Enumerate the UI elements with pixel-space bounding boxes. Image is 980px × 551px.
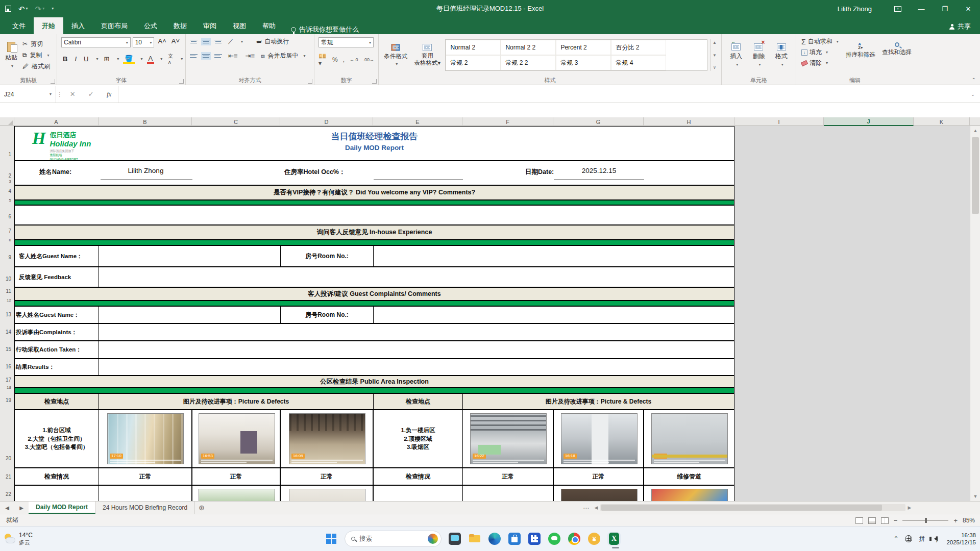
volume-icon[interactable] xyxy=(932,536,938,541)
enter-icon[interactable]: ✓ xyxy=(88,90,94,98)
wrap-text-button[interactable]: ⮨ 自动换行 xyxy=(256,37,289,46)
fill-color-icon[interactable]: 🪣 xyxy=(123,55,134,64)
expand-formula-bar-icon[interactable]: ⌄ xyxy=(966,86,980,103)
top-align-icon[interactable] xyxy=(190,39,198,44)
col-F[interactable]: F xyxy=(462,117,553,126)
action-input[interactable] xyxy=(99,341,734,359)
name-value[interactable]: Lilith Zhong xyxy=(99,167,192,174)
tab-insert[interactable]: 插入 xyxy=(63,17,93,34)
start-button[interactable] xyxy=(325,532,338,545)
share-button[interactable]: 共享 xyxy=(949,22,971,31)
guest-name-input-1[interactable] xyxy=(99,245,281,267)
next-sheet-icon[interactable]: ▶ xyxy=(19,505,23,511)
tell-me-box[interactable]: 告诉我你想要做什么 xyxy=(291,25,359,34)
zoom-slider[interactable] xyxy=(902,520,948,521)
tab-help[interactable]: 帮助 xyxy=(254,17,284,34)
alignment-dialog-launcher[interactable] xyxy=(308,79,312,84)
tab-review[interactable]: 审阅 xyxy=(195,17,225,34)
sheet-tab-24h-briefing[interactable]: 24 Hours MOD Briefing Record xyxy=(95,502,195,514)
middle-align-icon[interactable] xyxy=(202,39,210,44)
select-all-corner[interactable] xyxy=(0,117,14,126)
photo-back-area[interactable]: 16:22 xyxy=(470,413,547,464)
style-normal22[interactable]: Normal 2 2 xyxy=(501,40,556,55)
taskbar-microsoft-store[interactable] xyxy=(508,532,521,545)
col-C[interactable]: C xyxy=(192,117,280,126)
insert-function-icon[interactable]: fx xyxy=(107,90,111,98)
align-right-icon[interactable] xyxy=(214,53,222,59)
col-A[interactable]: A xyxy=(14,117,99,126)
tab-overflow-icon[interactable]: ⋯ xyxy=(583,505,589,512)
shrink-font-icon[interactable]: A˅ xyxy=(170,37,181,47)
room-input-1[interactable] xyxy=(373,245,734,267)
taskbar-app-blue-grid[interactable] xyxy=(528,532,541,545)
paste-button[interactable]: 粘贴▾ xyxy=(0,36,22,74)
clipboard-dialog-launcher[interactable] xyxy=(51,79,55,84)
style-percent2[interactable]: Percent 2 xyxy=(556,40,611,55)
autosum-button[interactable]: Σ自动求和▾ xyxy=(801,37,839,46)
zoom-slider-thumb[interactable] xyxy=(925,518,927,523)
photo-partial-4[interactable] xyxy=(651,489,728,501)
style-bad[interactable]: 差 xyxy=(501,70,556,71)
style-normal2-cn[interactable]: 常规 2 xyxy=(446,55,501,70)
col-B[interactable]: B xyxy=(99,117,192,126)
photo-front-desk[interactable]: 17:10 xyxy=(107,413,184,464)
cut-button[interactable]: ✂ 剪切 xyxy=(22,40,50,48)
sort-filter-button[interactable]: AZ▾排序和筛选 xyxy=(846,42,875,59)
decrease-indent-icon[interactable]: ⇤≡ xyxy=(227,52,239,60)
ime-indicator[interactable]: 拼 xyxy=(919,535,925,543)
decrease-decimal-icon[interactable]: .00→ xyxy=(363,57,374,62)
style-normal3-cn[interactable]: 常规 3 xyxy=(556,55,611,70)
col-D[interactable]: D xyxy=(280,117,373,126)
number-dialog-launcher[interactable] xyxy=(372,79,377,84)
taskbar-clock[interactable]: 16:38 2025/12/15 xyxy=(946,532,976,546)
delete-cells-button[interactable]: 删除▾ xyxy=(752,43,765,67)
hidden-icons-chevron[interactable]: ⌃ xyxy=(893,535,898,542)
taskbar-file-explorer[interactable] xyxy=(468,532,481,545)
vip-answer-cell[interactable] xyxy=(14,205,734,225)
photo-lobby[interactable]: 16:53 xyxy=(199,413,275,464)
merge-center-button[interactable]: ⧈ 合并后居中 ▾ xyxy=(261,52,306,60)
tab-file[interactable]: 文件 xyxy=(4,17,34,34)
style-percent2-cn[interactable]: 百分比 2 xyxy=(611,40,666,55)
sheet-tab-daily-mod[interactable]: Daily MOD Report xyxy=(29,502,95,514)
collapse-ribbon-icon[interactable]: ⌃ xyxy=(972,77,976,83)
taskbar-chrome[interactable] xyxy=(568,532,581,545)
insert-cells-button[interactable]: 插入▾ xyxy=(730,43,742,67)
increase-indent-icon[interactable]: ⇥≡ xyxy=(243,52,256,60)
col-I[interactable]: I xyxy=(734,117,824,126)
taskbar-excel-active[interactable]: X xyxy=(607,532,621,545)
underline-icon[interactable]: U xyxy=(82,55,90,63)
horizontal-scrollbar[interactable]: ◀ ▶ xyxy=(592,503,914,512)
font-size-combo[interactable]: 10▾ xyxy=(133,37,155,47)
col-K[interactable]: K xyxy=(914,117,970,126)
tab-home[interactable]: 开始 xyxy=(34,17,63,34)
align-center-icon[interactable] xyxy=(202,53,210,59)
borders-icon[interactable]: ⊞ xyxy=(102,55,111,63)
number-format-combo[interactable]: 常规▾ xyxy=(318,37,374,47)
feedback-input[interactable] xyxy=(99,267,734,287)
minimize-button[interactable]: — xyxy=(910,0,933,17)
worksheet-grid[interactable]: H 假日酒店 Holiday Inn 洲际酒店集团旗下 贵阳机场GUIYANG … xyxy=(0,126,980,501)
results-input[interactable] xyxy=(99,359,734,375)
format-as-table-button[interactable]: 套用表格格式▾ xyxy=(412,44,442,66)
new-sheet-icon[interactable]: ⊕ xyxy=(195,502,208,514)
increase-decimal-icon[interactable]: ←.0 xyxy=(350,57,358,62)
style-normal22-cn[interactable]: 常规 2 2 xyxy=(501,55,556,70)
zoom-in-icon[interactable]: + xyxy=(953,517,958,524)
bold-icon[interactable]: B xyxy=(61,55,69,63)
prev-sheet-icon[interactable]: ◀ xyxy=(5,505,9,511)
vertical-scrollbar[interactable]: ▲ ▼ xyxy=(970,126,980,501)
accounting-format-icon[interactable]: 💴▾ xyxy=(318,53,327,67)
cancel-icon[interactable]: ✕ xyxy=(70,90,76,98)
photo-partial-1[interactable] xyxy=(199,489,275,501)
copy-button[interactable]: ⧉ 复制 ▾ xyxy=(22,51,50,60)
align-left-icon[interactable] xyxy=(190,53,198,59)
style-normal2[interactable]: Normal 2 xyxy=(446,40,501,55)
guest-name-input-2[interactable] xyxy=(99,306,281,323)
font-dialog-launcher[interactable] xyxy=(179,79,184,84)
tab-formulas[interactable]: 公式 xyxy=(136,17,165,34)
restore-button[interactable]: ❐ xyxy=(933,0,957,17)
taskbar-app-terminal[interactable] xyxy=(448,532,461,545)
room-input-2[interactable] xyxy=(373,306,734,323)
weather-widget[interactable]: 14°C 多云 xyxy=(4,532,33,545)
